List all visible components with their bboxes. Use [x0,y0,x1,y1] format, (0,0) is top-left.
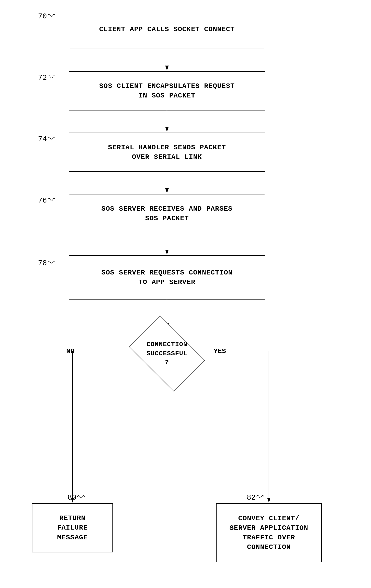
ref-label-82: 82 [247,493,256,502]
box-70: CLIENT APP CALLS SOCKET CONNECT [69,10,265,49]
ref-label-76: 76 [38,196,47,205]
ref-label-78: 78 [38,259,47,267]
box-72: SOS CLIENT ENCAPSULATES REQUESTIN SOS PA… [69,71,265,110]
box-82: CONVEY CLIENT/SERVER APPLICATIONTRAFFIC … [216,503,322,562]
yes-label: YES [214,347,226,355]
ref-label-70: 70 [38,12,47,21]
flowchart-diagram: 70 CLIENT APP CALLS SOCKET CONNECT 72 SO… [0,0,371,588]
box-80: RETURNFAILUREMESSAGE [32,503,113,552]
squiggle-80 [77,493,85,498]
ref-label-72: 72 [38,74,47,82]
squiggle-72 [48,73,55,78]
squiggle-74 [48,135,55,139]
box-78: SOS SERVER REQUESTS CONNECTIONTO APP SER… [69,255,265,300]
squiggle-76 [48,196,55,201]
ref-label-80: 80 [68,493,76,502]
box-76: SOS SERVER RECEIVES AND PARSESSOS PACKET [69,194,265,233]
squiggle-70 [48,12,55,17]
no-label: NO [66,347,75,355]
diamond-connection: CONNECTIONSUCCESSFUL? [106,324,228,383]
box-74: SERIAL HANDLER SENDS PACKETOVER SERIAL L… [69,133,265,172]
ref-label-74: 74 [38,135,47,143]
squiggle-78 [48,259,55,263]
squiggle-82 [257,493,264,498]
